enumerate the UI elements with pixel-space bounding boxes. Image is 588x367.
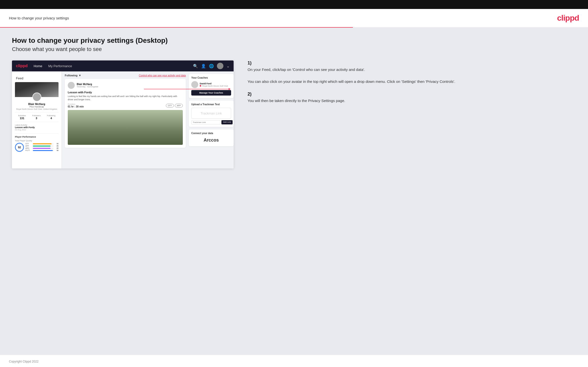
- stat-activities-value: 131: [18, 117, 26, 120]
- coach-avatar: [191, 81, 198, 88]
- coach-club-text: Royal North Devon Golf Club: [202, 85, 228, 87]
- instruction-step1: 1) On your Feed, click/tap on 'Control w…: [248, 60, 576, 85]
- nav-item-performance[interactable]: My Performance: [48, 64, 72, 68]
- user-club: Royal North Devon Golf Club, United King…: [15, 108, 59, 110]
- bar-putt: PUTT 96: [25, 150, 59, 151]
- tpq-bars: OTT 90 APP: [25, 143, 59, 152]
- main-content: How to change your privacy settings (Des…: [0, 28, 588, 355]
- activity-title: Lesson with Fordy: [68, 91, 183, 94]
- coach-name: David Ford: [200, 82, 228, 85]
- trackman-widget: Upload a Trackman Test Trackman Link Add…: [189, 101, 234, 127]
- trackman-widget-title: Upload a Trackman Test: [191, 103, 231, 106]
- activity-image: [68, 110, 183, 145]
- step2-number: 2): [248, 92, 576, 97]
- top-bar: [0, 0, 588, 9]
- step1-number: 1): [248, 60, 576, 66]
- footer-copyright: Copyright Clippd 2022: [9, 360, 39, 363]
- instruction-step2: 2) You will then be taken directly to th…: [248, 92, 576, 104]
- player-performance: Player Performance Total Player Quality …: [15, 133, 59, 152]
- bar-app-fill: [33, 146, 51, 147]
- la-date: 03 Aug 2022: [15, 129, 59, 131]
- nav-icons: 🔍 👤 🌐 ⌄: [193, 63, 230, 69]
- app-logo: clippd: [16, 64, 28, 68]
- stat-activities: Activities 131: [18, 114, 26, 120]
- content-row: clippd Home My Performance 🔍 👤 🌐 ⌄ Feed: [12, 60, 576, 168]
- user-profile-card: Blair McHarg Plus Handicap Royal North D…: [12, 82, 62, 155]
- coaches-widget: Your Coaches David Ford Royal North Devo…: [189, 74, 234, 98]
- coach-club-icon: [200, 85, 201, 87]
- bar-putt-val: 96: [55, 150, 59, 151]
- following-label: Following: [65, 74, 77, 77]
- bar-ott-fill: [33, 143, 52, 144]
- app-mockup: clippd Home My Performance 🔍 👤 🌐 ⌄ Feed: [12, 60, 234, 168]
- feed-tab[interactable]: Feed: [12, 74, 62, 82]
- user-icon[interactable]: 👤: [201, 64, 206, 68]
- main-subtitle: Choose what you want people to see: [12, 46, 576, 52]
- step2-text: You will then be taken directly to the P…: [248, 98, 576, 104]
- tpq-circle: 92: [15, 143, 24, 152]
- bar-arg-fill: [33, 148, 51, 149]
- pp-title: Player Performance: [15, 136, 59, 138]
- bar-app-track: [33, 146, 54, 147]
- bar-ott-label: OTT: [25, 143, 32, 145]
- user-name: Blair McHarg: [15, 103, 59, 105]
- duration-row: Duration 01 hr : 30 min OTT APP: [68, 103, 183, 108]
- nav-avatar[interactable]: [217, 63, 223, 69]
- add-link-button[interactable]: Add Link: [221, 120, 233, 124]
- instructions: 1) On your Feed, click/tap on 'Control w…: [243, 60, 576, 111]
- latest-activity: Latest Activity Lesson with Fordy 03 Aug…: [15, 122, 59, 131]
- stat-following-label: Following: [47, 114, 56, 117]
- globe-icon[interactable]: 🌐: [209, 64, 214, 68]
- bar-ott-track: [33, 143, 54, 144]
- page-title: How to change your privacy settings: [9, 16, 69, 20]
- duration-info: Duration 01 hr : 30 min: [68, 103, 84, 108]
- connect-widget: Connect your data Arccos: [189, 129, 234, 146]
- la-value: Lesson with Fordy: [15, 126, 59, 129]
- bar-putt-track: [33, 150, 54, 151]
- clippd-logo: clippd: [557, 13, 579, 23]
- activity-card: Blair McHarg Yesterday · Sunningdale Les…: [65, 79, 186, 148]
- manage-coaches-button[interactable]: Manage Your Coaches: [191, 90, 231, 96]
- following-button[interactable]: Following ▼: [65, 74, 81, 77]
- search-icon[interactable]: 🔍: [193, 64, 198, 68]
- right-panel: Your Coaches David Ford Royal North Devo…: [189, 71, 234, 168]
- activity-user-name: Blair McHarg: [77, 83, 98, 86]
- coach-row: David Ford Royal North Devon Golf Club: [191, 81, 231, 88]
- middle-panel: Following ▼ Control who can see your act…: [62, 71, 189, 168]
- activity-avatar: [68, 82, 75, 89]
- user-handicap: Plus Handicap: [15, 105, 59, 108]
- stat-followers: Followers 3: [32, 114, 41, 120]
- coach-club: Royal North Devon Golf Club: [200, 85, 228, 87]
- trackman-input-row: Add Link: [191, 120, 231, 124]
- activity-user-info: Blair McHarg Yesterday · Sunningdale: [77, 83, 98, 88]
- stat-followers-value: 3: [32, 117, 41, 120]
- bar-app-val: 85: [55, 145, 59, 147]
- tag-app: APP: [175, 104, 183, 107]
- bar-arg: ARG 86: [25, 147, 59, 149]
- bar-putt-label: PUTT: [25, 150, 32, 151]
- stat-followers-label: Followers: [32, 114, 41, 117]
- control-privacy-link[interactable]: Control who can see your activity and da…: [139, 74, 186, 77]
- bar-ott-val: 90: [55, 143, 59, 145]
- app-nav: clippd Home My Performance 🔍 👤 🌐 ⌄: [12, 60, 234, 71]
- step1-text: On your Feed, click/tap on 'Control who …: [248, 67, 576, 85]
- following-bar: Following ▼ Control who can see your act…: [65, 74, 186, 77]
- tpq-row: 92 OTT 90: [15, 143, 59, 152]
- duration-value: 01 hr : 30 min: [68, 105, 84, 108]
- connect-widget-title: Connect your data: [191, 132, 231, 135]
- chevron-down-icon[interactable]: ⌄: [226, 64, 230, 68]
- arccos-brand: Arccos: [191, 136, 231, 144]
- tag-ott: OTT: [166, 104, 174, 107]
- trackman-input-area: Trackman Link: [191, 108, 231, 119]
- bar-arg-track: [33, 148, 54, 149]
- site-footer: Copyright Clippd 2022: [0, 355, 588, 367]
- trackman-input-field[interactable]: [191, 120, 220, 124]
- nav-item-home[interactable]: Home: [34, 64, 42, 68]
- bar-putt-fill: [33, 150, 53, 151]
- bar-ott: OTT 90: [25, 143, 59, 145]
- chevron-icon: ▼: [78, 74, 81, 77]
- trackman-placeholder: Trackman Link: [201, 111, 222, 115]
- bar-app-label: APP: [25, 145, 32, 147]
- activity-image-inner: [68, 110, 183, 145]
- main-title: How to change your privacy settings (Des…: [12, 37, 576, 45]
